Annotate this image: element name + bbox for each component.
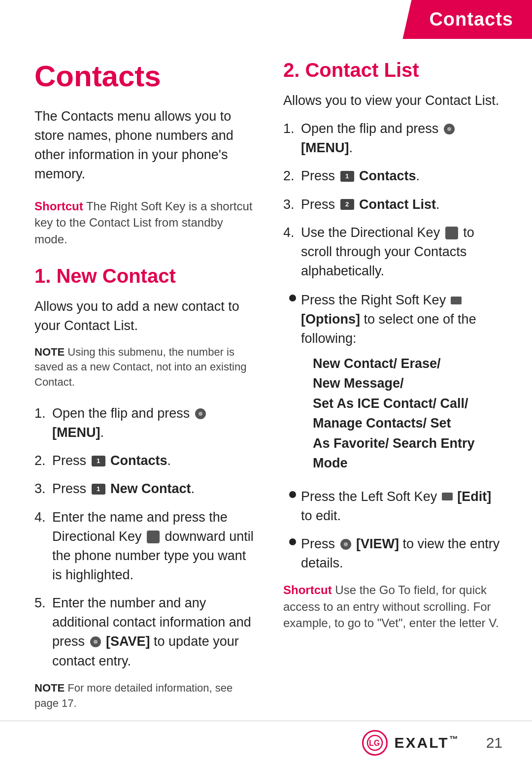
num1-icon: 1	[92, 456, 105, 466]
page-footer: LG EXALT™ 21	[0, 721, 532, 764]
step1-4: 4. Enter the name and press the Directio…	[34, 508, 254, 585]
step1-5: 5. Enter the number and any additional c…	[34, 594, 254, 671]
step2-1: 1. Open the flip and press [MENU].	[283, 119, 502, 158]
shortcut-label: Shortcut	[34, 199, 83, 213]
note1-label: NOTE	[34, 346, 65, 358]
section2-steps: 1. Open the flip and press [MENU]. 2. Pr…	[283, 119, 502, 281]
page-content: Contacts The Contacts menu allows you to…	[0, 30, 532, 720]
section2-desc: Allows you to view your Contact List.	[283, 91, 502, 110]
step1-2: 2. Press 1 Contacts.	[34, 451, 254, 470]
section2-heading: 2. Contact List	[283, 59, 502, 81]
bullet3: Press [VIEW] to view the entry details.	[289, 534, 502, 573]
section2-bullets: Press the Right Soft Key [Options] to se…	[289, 291, 502, 573]
step1-3: 3. Press 1 New Contact.	[34, 479, 254, 498]
right-column: 2. Contact List Allows you to view your …	[283, 59, 502, 700]
bullet-dot-1	[289, 295, 296, 301]
note2-text: For more detailed information, see page …	[34, 682, 233, 709]
intro-text: The Contacts menu allows you to store na…	[34, 107, 254, 184]
left-column: Contacts The Contacts menu allows you to…	[34, 59, 254, 700]
note1-text: Using this submenu, the number is saved …	[34, 346, 246, 389]
section1-steps: 1. Open the flip and press [MENU]. 2. Pr…	[34, 404, 254, 671]
page-main-title: Contacts	[34, 59, 254, 93]
page-number: 21	[486, 734, 502, 751]
num2-icon: 2	[340, 199, 354, 210]
bullet-dot-3	[289, 538, 296, 545]
left-soft-key-icon	[442, 493, 453, 500]
num1c-icon: 1	[340, 171, 354, 182]
ok-icon	[195, 408, 206, 419]
note2-label: NOTE	[34, 682, 65, 694]
lg-logo-icon: LG	[362, 730, 388, 756]
step2-2: 2. Press 1 Contacts.	[283, 166, 502, 186]
footer-logo: LG EXALT™ 21	[362, 730, 502, 756]
bullet2: Press the Left Soft Key [Edit] to edit.	[289, 487, 502, 526]
bullet1: Press the Right Soft Key [Options] to se…	[289, 291, 502, 478]
ok4-icon	[340, 539, 351, 550]
brand-name: EXALT™	[395, 734, 460, 751]
dir2-icon	[445, 227, 458, 239]
ok2-icon	[90, 636, 101, 647]
right-soft-key-icon	[451, 297, 462, 304]
section1-note2: NOTE For more detailed information, see …	[34, 681, 254, 711]
section2-shortcut-block: Shortcut Use the Go To field, for quick …	[283, 582, 502, 631]
num1b-icon: 1	[92, 484, 105, 495]
svg-text:LG: LG	[369, 739, 380, 747]
ok3-icon	[444, 124, 455, 134]
step1-1: 1. Open the flip and press [MENU].	[34, 404, 254, 442]
section1-note: NOTE Using this submenu, the number is s…	[34, 345, 254, 390]
section2-shortcut-label: Shortcut	[283, 583, 332, 597]
step2-3: 3. Press 2 Contact List.	[283, 195, 502, 214]
step2-4: 4. Use the Directional Key to scroll thr…	[283, 223, 502, 281]
dir-icon	[147, 531, 160, 543]
shortcut-block: Shortcut The Right Soft Key is a shortcu…	[34, 198, 254, 248]
bullet-dot-2	[289, 491, 296, 498]
options-block: New Contact/ Erase/New Message/Set As IC…	[313, 354, 502, 473]
section1-desc: Allows you to add a new contact to your …	[34, 297, 254, 335]
section1-heading: 1. New Contact	[34, 265, 254, 287]
